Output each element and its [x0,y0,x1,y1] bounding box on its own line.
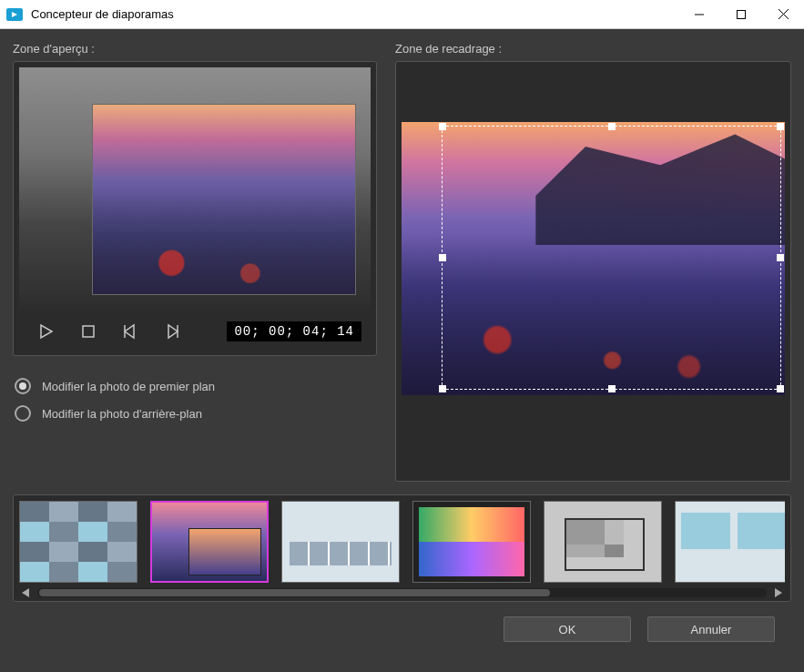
thumbnail-row [19,501,785,583]
thumbnail-0[interactable] [19,501,137,583]
radio-icon [15,378,31,394]
preview-foreground-frame [92,104,356,295]
thumbnail-3[interactable] [412,501,531,583]
preview-column: Zone d'aperçu : [13,42,377,482]
upper-panels: Zone d'aperçu : [13,42,791,482]
scroll-left-icon[interactable] [19,586,32,599]
prev-frame-button[interactable] [119,321,141,342]
svg-marker-6 [41,325,52,338]
edit-background-label: Modifier la photo d'arrière-plan [42,407,202,421]
scroll-track[interactable] [37,588,767,597]
timecode-display[interactable]: 00; 00; 04; 14 [227,321,361,341]
preview-panel: 00; 00; 04; 14 [13,61,377,356]
titlebar: Concepteur de diaporamas [0,0,804,29]
svg-marker-10 [168,325,178,338]
thumbnail-strip [13,494,791,602]
ok-button[interactable]: OK [504,616,631,642]
layer-select-group: Modifier la photo de premier plan Modifi… [13,372,377,427]
svg-rect-7 [83,326,94,337]
cancel-button[interactable]: Annuler [647,616,775,642]
edit-foreground-label: Modifier la photo de premier plan [42,380,215,393]
scroll-right-icon[interactable] [772,586,785,599]
preview-image [19,67,371,311]
window-controls [678,0,804,29]
stop-button[interactable] [77,321,99,342]
crop-column: Zone de recadrage : [395,42,791,482]
footer-buttons: OK Annuler [13,602,791,657]
next-frame-button[interactable] [161,321,183,342]
crop-panel [395,61,791,482]
radio-icon [15,405,31,422]
maximize-button[interactable] [720,0,762,29]
close-button[interactable] [762,0,804,29]
svg-marker-12 [22,588,29,597]
scroll-thumb[interactable] [39,589,550,596]
slideshow-designer-window: Concepteur de diaporamas Zone d'aperçu : [0,0,804,672]
preview-label: Zone d'aperçu : [13,42,377,56]
svg-rect-3 [738,10,746,18]
edit-foreground-option[interactable]: Modifier la photo de premier plan [13,372,377,400]
thumbnail-scrollbar [19,586,785,599]
content-area: Zone d'aperçu : [0,29,804,672]
edit-background-option[interactable]: Modifier la photo d'arrière-plan [13,400,377,427]
transport-controls: 00; 00; 04; 14 [19,311,371,350]
play-button[interactable] [36,321,57,342]
thumbnail-1[interactable] [150,501,269,583]
crop-image[interactable] [402,122,785,395]
thumbnail-5[interactable] [675,501,785,583]
minimize-button[interactable] [678,0,720,29]
app-icon [5,5,24,24]
svg-marker-13 [775,588,782,597]
svg-marker-8 [125,325,134,338]
crop-label: Zone de recadrage : [395,42,791,56]
thumbnail-4[interactable] [544,501,662,583]
thumbnail-2[interactable] [281,501,400,583]
window-title: Concepteur de diaporamas [31,7,678,21]
